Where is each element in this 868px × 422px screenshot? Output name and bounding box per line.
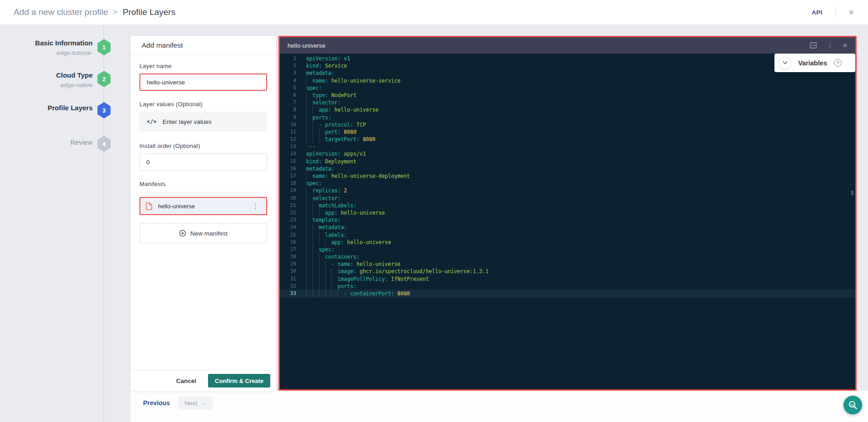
- line-number: 1: [280, 55, 296, 62]
- code-line[interactable]: 21 matchLabels:: [280, 202, 855, 209]
- code-line[interactable]: 26 app: hello-universe: [280, 239, 855, 246]
- code-line[interactable]: 3metadata:: [280, 69, 855, 77]
- step-label: Cloud Type: [0, 70, 93, 80]
- manifests-label: Manifests: [139, 181, 267, 187]
- code-line[interactable]: 11 port: 8080: [280, 128, 855, 136]
- confirm-create-button[interactable]: Confirm & Create: [208, 374, 270, 388]
- step-badge-2[interactable]: 2: [97, 71, 111, 87]
- editor-close-icon[interactable]: ✕: [843, 42, 848, 49]
- code-line[interactable]: 2kind: Service: [280, 62, 855, 69]
- arrow-right-icon: →: [200, 400, 207, 407]
- code-line[interactable]: 8 app: hello-universe: [280, 106, 855, 113]
- variables-kebab-menu-icon[interactable]: ⋮: [845, 59, 851, 66]
- line-number: 13: [280, 143, 296, 150]
- manifest-item[interactable]: hello-universe⋮: [139, 197, 267, 215]
- sidebar-step-profile-layers[interactable]: Profile Layers: [0, 103, 93, 113]
- cancel-button[interactable]: Cancel: [176, 378, 196, 384]
- line-number: 19: [280, 187, 296, 194]
- enter-layer-values-button[interactable]: </> Enter layer values: [139, 112, 267, 132]
- code-line[interactable]: 16metadata:: [280, 165, 855, 172]
- layer-name-input[interactable]: hello-universe: [139, 74, 267, 91]
- step-badge-1[interactable]: 1: [97, 39, 111, 55]
- scrollbar-mark[interactable]: [851, 191, 853, 195]
- magnifier-smile-icon: [848, 400, 858, 410]
- line-number: 8: [280, 106, 296, 113]
- code-line[interactable]: 25 labels:: [280, 231, 855, 239]
- code-line[interactable]: 28 containers:: [280, 253, 855, 260]
- code-line[interactable]: 10 - protocol: TCP: [280, 121, 855, 128]
- code-line[interactable]: 32 ports:: [280, 283, 855, 290]
- line-number: 20: [280, 195, 296, 202]
- breadcrumb-current: Profile Layers: [123, 7, 175, 17]
- line-number: 33: [280, 290, 296, 297]
- install-order-value: 0: [146, 159, 150, 166]
- line-number: 7: [280, 99, 296, 106]
- api-button[interactable]: API: [812, 9, 823, 16]
- code-line[interactable]: 15kind: Deployment: [280, 158, 855, 165]
- code-text: metadata:: [306, 69, 334, 77]
- panel-title: Add manifest: [130, 36, 276, 54]
- step-label: Profile Layers: [0, 103, 93, 113]
- code-area[interactable]: 1apiVersion: v12kind: Service3metadata:4…: [280, 55, 855, 297]
- breadcrumb-root[interactable]: Add a new cluster profile: [14, 7, 108, 17]
- chevron-down-icon[interactable]: [779, 57, 791, 69]
- code-line[interactable]: 14apiVersion: apps/v1: [280, 150, 855, 157]
- code-text: containers:: [306, 253, 360, 260]
- sidebar-step-basic-information[interactable]: Basic Informationedge-tutorial-: [0, 38, 93, 57]
- code-line[interactable]: 29 - name: hello-universe: [280, 260, 855, 268]
- code-text: targetPort: 8080: [306, 136, 375, 143]
- code-line[interactable]: 7 selector:: [280, 99, 855, 106]
- editor-kebab-menu-icon[interactable]: ⋮: [827, 42, 833, 49]
- code-line[interactable]: 6 type: NodePort: [280, 92, 855, 99]
- line-number: 28: [280, 253, 296, 260]
- code-line[interactable]: 31 imagePullPolicy: IfNotPresent: [280, 275, 855, 283]
- code-line[interactable]: 23 template:: [280, 216, 855, 224]
- split-view-icon[interactable]: [809, 42, 817, 49]
- next-button-label: Next: [184, 400, 197, 407]
- line-number: 4: [280, 77, 296, 84]
- line-number: 17: [280, 172, 296, 180]
- sidebar-step-review[interactable]: Review: [0, 137, 93, 147]
- code-line[interactable]: 24 metadata:: [280, 224, 855, 231]
- code-text: name: hello-universe-deployment: [306, 172, 410, 180]
- code-line[interactable]: 1apiVersion: v1: [280, 55, 855, 62]
- help-icon[interactable]: ?: [834, 59, 842, 67]
- code-line[interactable]: 30 image: ghcr.io/spectrocloud/hello-uni…: [280, 268, 855, 275]
- code-line[interactable]: 5spec:: [280, 84, 855, 92]
- code-line[interactable]: 33 - containerPort: 8080: [280, 290, 855, 297]
- code-line[interactable]: 4 name: hello-universe-service: [280, 77, 855, 84]
- line-number: 16: [280, 165, 296, 172]
- code-line[interactable]: 20 selector:: [280, 195, 855, 202]
- variables-label[interactable]: Variables: [791, 59, 834, 67]
- manifest-kebab-menu-icon[interactable]: ⋮: [250, 202, 261, 211]
- code-text: apiVersion: v1: [306, 55, 350, 62]
- new-manifest-button[interactable]: New manifest: [139, 223, 267, 243]
- line-number: 5: [280, 84, 296, 92]
- code-line[interactable]: 18spec:: [280, 180, 855, 187]
- code-line[interactable]: 9 ports:: [280, 114, 855, 121]
- step-badge-4[interactable]: 4: [97, 136, 111, 152]
- close-icon[interactable]: ✕: [848, 8, 854, 17]
- step-badge-3[interactable]: 3: [97, 102, 111, 118]
- install-order-input[interactable]: 0: [139, 153, 267, 171]
- code-text: app: hello-universe: [306, 106, 378, 113]
- code-text: matchLabels:: [306, 202, 357, 209]
- code-line[interactable]: 22 app: hello-universe: [280, 209, 855, 216]
- help-widget-button[interactable]: [843, 396, 862, 414]
- code-editor[interactable]: 1apiVersion: v12kind: Service3metadata:4…: [280, 54, 855, 389]
- line-number: 22: [280, 209, 296, 216]
- code-line[interactable]: 13---: [280, 143, 855, 150]
- sidebar-step-cloud-type[interactable]: Cloud Typeedge-native: [0, 70, 93, 89]
- code-line[interactable]: 17 name: hello-universe-deployment: [280, 172, 855, 180]
- code-text: metadata:: [306, 224, 347, 231]
- line-number: 30: [280, 268, 296, 275]
- code-text: type: NodePort: [306, 92, 357, 99]
- code-line[interactable]: 12 targetPort: 8080: [280, 136, 855, 143]
- code-line[interactable]: 19 replicas: 2: [280, 187, 855, 194]
- manifest-list: hello-universe⋮: [139, 197, 267, 215]
- line-number: 12: [280, 136, 296, 143]
- previous-button[interactable]: Previous: [143, 396, 170, 410]
- next-button[interactable]: Next →: [178, 396, 213, 410]
- line-number: 26: [280, 239, 296, 246]
- code-line[interactable]: 27 spec:: [280, 246, 855, 253]
